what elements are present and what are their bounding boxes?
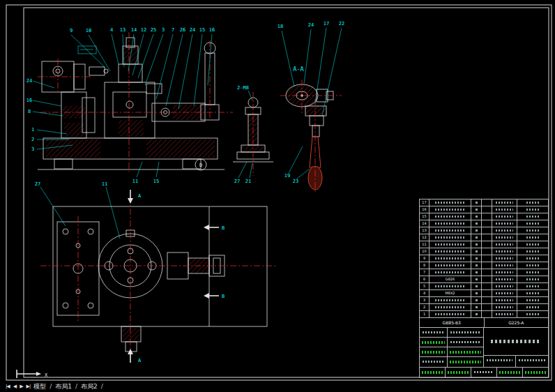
bom-row: 5 (419, 283, 549, 290)
tab-nav-next-icon[interactable]: ▶ (20, 384, 22, 389)
bom-row: 2 (419, 304, 549, 311)
bom-cell-mat (492, 213, 517, 220)
bom-cell-rem (517, 213, 549, 220)
tab-layout1[interactable]: 布局1 (55, 382, 72, 391)
bom-cell-mat (492, 220, 517, 227)
tab-nav-prev-icon[interactable]: ◀ (13, 384, 16, 389)
bom-cell-rem (517, 304, 549, 311)
callout-label: 2 (31, 137, 34, 142)
bom-cell-no: 2 (420, 304, 429, 311)
section-label: A-A (293, 66, 303, 73)
callout-label: 23 (293, 179, 298, 184)
bom-cell-q1 (471, 227, 482, 234)
callout-label: 4 (110, 27, 113, 33)
callout-label: 24 (308, 22, 314, 28)
bom-cell-name (429, 213, 471, 220)
bom-cell-rem (517, 269, 549, 276)
bom-cell-rem (517, 290, 549, 297)
bom-row: 14 (419, 220, 549, 227)
callout-label: 16 (209, 27, 215, 33)
bom-cell-no: 13 (420, 227, 429, 234)
bom-cell-q1 (471, 311, 482, 318)
bom-cell-rem (517, 283, 549, 290)
bom-cell-no: 4 (420, 290, 429, 297)
bom-cell-mat (492, 248, 517, 255)
callout-label: 12 (141, 27, 146, 33)
bom-cell-name: G826 (429, 276, 471, 283)
bom-cell-name (429, 248, 471, 255)
callout-label: 25 (151, 27, 156, 33)
bom-cell-no: 10 (420, 248, 429, 255)
bom-cell-rem (517, 276, 549, 283)
bom-cell-rem (517, 262, 549, 269)
callout-label: 21 (245, 179, 251, 184)
bom-row: 16 (419, 206, 549, 213)
bom-cell-no: 8 (420, 262, 429, 269)
bom-cell-name (429, 304, 471, 311)
bom-cell-mat (492, 290, 517, 297)
bom-cell-q1 (471, 290, 482, 297)
callout-label: 11 (102, 181, 107, 187)
title-block-cell (420, 338, 448, 347)
title-block-cell (484, 356, 516, 367)
bom-cell-q2 (482, 262, 492, 269)
bom-cell-name (429, 311, 471, 318)
ucs-icon: X (17, 370, 48, 378)
bom-cell-mat (492, 262, 517, 269)
tab-separator: / (101, 383, 103, 390)
bom-row: 13 (419, 227, 549, 234)
bom-cell-name (429, 227, 471, 234)
bom-cell-mat (492, 304, 517, 311)
bom-cell-mat (492, 234, 517, 241)
bom-code-band: GB85-B3 G225-A (419, 318, 549, 328)
bom-row: 10 (419, 248, 549, 255)
bom-cell-rem (517, 227, 549, 234)
bom-cell-name (429, 262, 471, 269)
tab-nav-first-icon[interactable]: |◀ (6, 384, 10, 389)
callout-label: 8 (28, 109, 31, 114)
title-block-cell (420, 357, 448, 367)
bom-row: 4M8X2 (419, 290, 549, 297)
bom-cell-name (429, 199, 471, 206)
title-block-cell (516, 356, 548, 367)
cad-application-canvas: 9 10 4 13 14 12 25 3 7 26 24 15 16 24 16… (0, 0, 555, 392)
bom-cell-mat (492, 311, 517, 318)
callout-label: 19 (284, 173, 290, 179)
bom-cell-no: 6 (420, 276, 429, 283)
bom-cell-rem (517, 234, 549, 241)
bom-cell-no: 15 (420, 213, 429, 220)
bom-cell-q1 (471, 297, 482, 304)
callout-label: 13 (120, 27, 126, 33)
bom-cell-mat (492, 276, 517, 283)
tab-layout2[interactable]: 布局2 (81, 382, 98, 391)
bom-cell-mat (492, 283, 517, 290)
bom-cell-q1 (471, 269, 482, 276)
bom-cell-no: 7 (420, 269, 429, 276)
tab-nav-last-icon[interactable]: ▶| (26, 384, 31, 389)
bom-cell-q2 (482, 199, 492, 206)
title-block-cell (420, 328, 448, 337)
layout-tab-bar: |◀ ◀ ▶ ▶| 模型 / 布局1 / 布局2 / (0, 381, 555, 392)
callout-label: 9 (70, 28, 73, 33)
callout-label: 18 (278, 24, 283, 29)
callout-label: 26 (180, 27, 185, 33)
callout-label: 3 (162, 27, 165, 33)
bom-cell-q1 (471, 304, 482, 311)
title-block-cell (448, 338, 483, 347)
bom-cell-name (429, 297, 471, 304)
bom-row: 9 (419, 255, 549, 262)
bom-cell-no: 11 (420, 241, 429, 248)
bom-cell-q2 (482, 297, 492, 304)
bom-row: 11 (419, 241, 549, 248)
bom-cell-q1 (471, 199, 482, 206)
callout-label: 22 (339, 21, 344, 27)
bom-table: 17161514131211109876G82654M8X2321 GB85-B… (419, 199, 549, 377)
callout-label: 1 (31, 127, 34, 133)
bom-cell-q1 (471, 262, 482, 269)
title-block-cell (446, 368, 471, 377)
section-arrow-label: A (138, 193, 142, 199)
tab-model[interactable]: 模型 (33, 382, 46, 391)
section-arrow-label: B (222, 225, 225, 231)
bom-cell-q1 (471, 213, 482, 220)
bom-cell-q2 (482, 283, 492, 290)
